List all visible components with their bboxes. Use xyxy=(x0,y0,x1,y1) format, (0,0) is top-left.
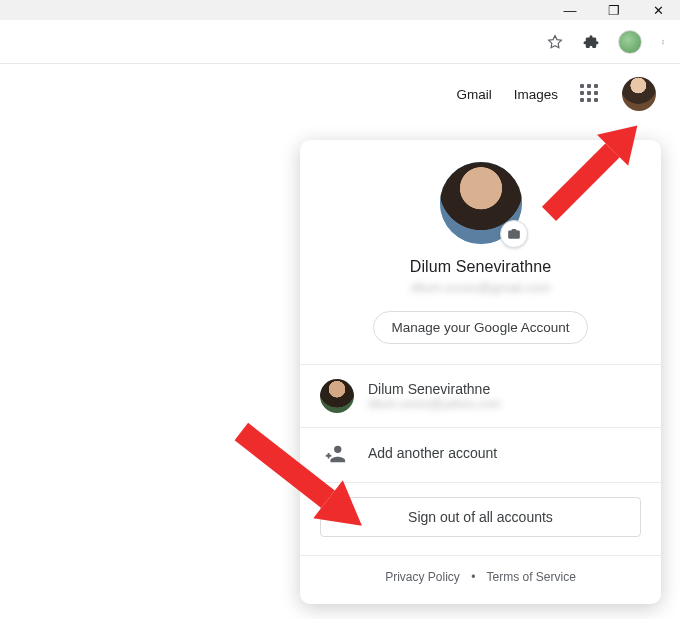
profile-photo xyxy=(440,162,522,244)
manage-account-button[interactable]: Manage your Google Account xyxy=(373,311,589,344)
gmail-link[interactable]: Gmail xyxy=(456,87,491,102)
account-popover: Dilum Senevirathne dilum.xxxxx@gmail.com… xyxy=(300,140,661,604)
window-maximize-button[interactable]: ❐ xyxy=(592,0,636,20)
images-link[interactable]: Images xyxy=(514,87,558,102)
window-close-button[interactable]: ✕ xyxy=(636,0,680,20)
person-add-icon xyxy=(320,442,350,464)
google-header: Gmail Images xyxy=(0,64,680,124)
other-account-name: Dilum Senevirathne xyxy=(368,381,501,397)
google-apps-icon[interactable] xyxy=(580,84,600,104)
other-account-email: dilum.xxxxx@yahoo.com xyxy=(368,397,501,411)
svg-point-2 xyxy=(663,43,664,44)
add-account-label: Add another account xyxy=(368,445,497,461)
change-photo-button[interactable] xyxy=(500,220,528,248)
account-email: dilum.xxxxx@gmail.com xyxy=(324,280,637,295)
account-avatar[interactable] xyxy=(622,77,656,111)
window-titlebar: — ❐ ✕ xyxy=(0,0,680,20)
svg-point-0 xyxy=(663,39,664,40)
camera-icon xyxy=(507,227,521,241)
bookmark-star-icon[interactable] xyxy=(546,33,564,51)
terms-of-service-link[interactable]: Terms of Service xyxy=(487,570,576,584)
svg-point-1 xyxy=(663,41,664,42)
window-minimize-button[interactable]: — xyxy=(548,0,592,20)
other-account-row[interactable]: Dilum Senevirathne dilum.xxxxx@yahoo.com xyxy=(300,365,661,427)
popover-footer: Privacy Policy • Terms of Service xyxy=(300,556,661,592)
add-account-row[interactable]: Add another account xyxy=(300,428,661,482)
browser-toolbar xyxy=(0,20,680,64)
account-name: Dilum Senevirathne xyxy=(324,258,637,276)
privacy-policy-link[interactable]: Privacy Policy xyxy=(385,570,460,584)
sign-out-all-button[interactable]: Sign out of all accounts xyxy=(320,497,641,537)
account-popover-header: Dilum Senevirathne dilum.xxxxx@gmail.com… xyxy=(300,140,661,364)
chrome-menu-icon[interactable] xyxy=(660,33,666,51)
extensions-icon[interactable] xyxy=(582,33,600,51)
other-account-avatar xyxy=(320,379,354,413)
chrome-profile-avatar[interactable] xyxy=(618,30,642,54)
footer-separator: • xyxy=(471,570,475,584)
